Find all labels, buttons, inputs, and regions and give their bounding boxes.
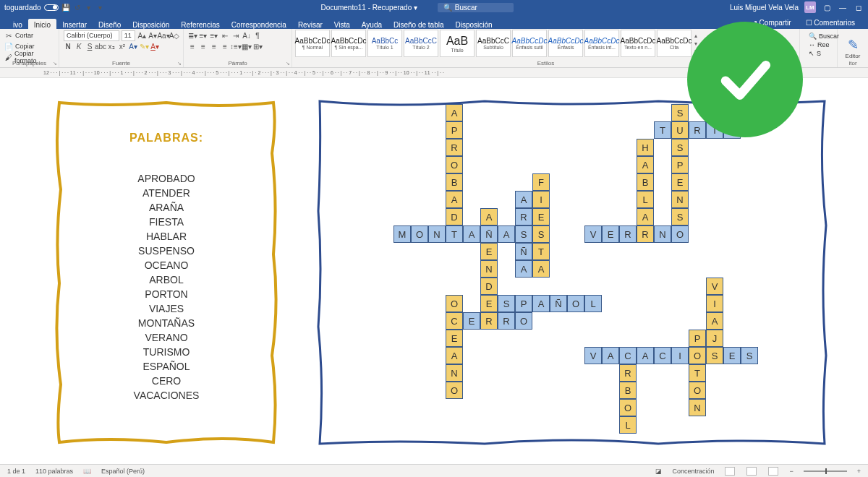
zoom-in-icon[interactable]: + — [857, 468, 861, 475]
font-family-select[interactable]: Calibri (Cuerpo) — [64, 30, 119, 41]
word-item: FIESTA — [51, 215, 282, 229]
pilcrow-icon[interactable]: ¶ — [253, 31, 262, 40]
crossword-cell: S — [671, 104, 689, 121]
align-right-icon[interactable]: ≡ — [210, 42, 218, 51]
style-thumb[interactable]: AaBbCcDcTexto en n... — [621, 30, 655, 57]
language-indicator[interactable]: Español (Perú) — [101, 468, 145, 475]
dec-indent-icon[interactable]: ⇤ — [221, 31, 229, 40]
bold-icon[interactable]: N — [64, 42, 72, 51]
grow-font-icon[interactable]: A▴ — [137, 31, 146, 40]
group-paragraph: Párrafo — [184, 60, 292, 66]
word-count[interactable]: 110 palabras — [35, 468, 73, 475]
page-indicator[interactable]: 1 de 1 — [7, 468, 25, 475]
style-thumb[interactable]: AaBbCcDcÉnfasis — [548, 30, 583, 57]
autosave-toggle[interactable] — [44, 4, 59, 11]
sort-icon[interactable]: A↓ — [242, 31, 251, 40]
crossword-cell: N — [480, 260, 498, 278]
bullets-icon[interactable]: ≣▾ — [188, 31, 197, 40]
clear-format-icon[interactable]: A◇ — [170, 31, 179, 40]
print-layout-icon[interactable] — [746, 467, 757, 476]
font-size-select[interactable]: 11 — [122, 30, 136, 41]
read-mode-icon[interactable] — [725, 467, 735, 476]
redo-icon[interactable]: ▾ — [85, 3, 93, 12]
style-thumb[interactable]: AaBbCcDcÉnfasis int... — [584, 30, 619, 57]
crossword-cell: R — [515, 208, 532, 225]
replace-button[interactable]: ↔Ree — [809, 41, 828, 48]
style-thumb[interactable]: AaBbCcCTítulo 2 — [404, 30, 438, 57]
focus-label[interactable]: Concentración — [672, 468, 714, 475]
text-effects-icon[interactable]: A▾ — [129, 42, 137, 51]
crossword-cell: O — [446, 382, 463, 399]
zoom-out-icon[interactable]: − — [789, 468, 793, 475]
ribbon-display-icon[interactable]: ▢ — [822, 4, 832, 12]
minimize-icon[interactable]: — — [838, 4, 848, 12]
editor-label[interactable]: Editor — [846, 53, 861, 59]
align-left-icon[interactable]: ≡ — [188, 42, 197, 51]
style-thumb[interactable]: AaBTítulo — [440, 30, 475, 57]
crossword-grid: APROBADMONTAÑASAENDERFIESTAARÑASPAÑOLOCE… — [311, 95, 832, 450]
change-case-icon[interactable]: Aa▾ — [159, 31, 168, 40]
crossword-cell: E — [671, 173, 689, 191]
crossword-cell: E — [602, 225, 619, 243]
style-thumb[interactable]: AaBbCcDc¶ Normal — [295, 30, 330, 57]
shrink-font-icon[interactable]: A▾ — [148, 31, 157, 40]
user-name[interactable]: Luis Miguel Vela Vela — [730, 4, 799, 12]
word-item: VIAJES — [51, 301, 282, 316]
spellcheck-icon[interactable]: 📖 — [83, 468, 91, 475]
comments-button[interactable]: ☐ Comentarios — [800, 17, 861, 29]
crossword-cell: O — [689, 382, 706, 399]
multilevel-icon[interactable]: ≡▾ — [210, 31, 218, 40]
dialog-launcher-icon[interactable]: ↘ — [177, 61, 182, 66]
cut-icon[interactable]: ✂ — [4, 31, 13, 40]
style-thumb[interactable]: AaBbCcCSubtítulo — [476, 30, 511, 57]
style-thumb[interactable]: AaBbCcDcÉnfasis sutil — [512, 30, 547, 57]
line-spacing-icon[interactable]: ↕≡▾ — [231, 42, 240, 51]
crossword-cell: C — [446, 312, 463, 330]
word-item: ARAÑA — [51, 200, 282, 215]
style-thumb[interactable]: AaBbCcDcCita — [657, 30, 692, 57]
save-icon[interactable]: 💾 — [61, 3, 70, 12]
zoom-slider[interactable] — [804, 470, 847, 472]
word-item: PORTON — [51, 287, 282, 301]
inc-indent-icon[interactable]: ⇥ — [231, 31, 240, 40]
style-thumb[interactable]: AaBbCcDc¶ Sin espa... — [331, 30, 366, 57]
focus-mode-icon[interactable]: ◪ — [655, 468, 662, 475]
copy-icon[interactable]: 📄 — [4, 42, 13, 51]
word-item: ARBOL — [51, 272, 282, 287]
dialog-launcher-icon[interactable]: ↘ — [286, 61, 290, 66]
maximize-icon[interactable]: ◻ — [854, 4, 864, 12]
word-list-box: PALABRAS: APROBADOATENDERARAÑAFIESTAHABL… — [51, 95, 282, 450]
align-center-icon[interactable]: ≡ — [199, 42, 208, 51]
style-thumb[interactable]: AaBbCcTítulo 1 — [367, 30, 402, 57]
superscript-icon[interactable]: x² — [118, 42, 127, 51]
web-layout-icon[interactable] — [768, 467, 778, 476]
crossword-cell: Ñ — [515, 243, 532, 260]
font-color-icon[interactable]: A▾ — [150, 42, 159, 51]
crossword-cell: A — [637, 347, 654, 364]
justify-icon[interactable]: ≡ — [221, 42, 229, 51]
crossword-cell: A — [463, 225, 480, 243]
italic-icon[interactable]: K — [75, 42, 83, 51]
strike-icon[interactable]: abc — [96, 42, 105, 51]
crossword-cell: O — [567, 295, 584, 312]
find-button[interactable]: 🔍Buscar — [809, 33, 828, 40]
underline-icon[interactable]: S — [85, 42, 94, 51]
editor-icon[interactable]: ✎ — [848, 37, 859, 53]
highlight-icon[interactable]: ✎▾ — [140, 42, 148, 51]
document-title[interactable]: Documento11 - Recuperado ▾ — [321, 4, 417, 12]
crossword-cell: Ñ — [480, 225, 498, 243]
searchbar[interactable]: 🔍 Buscar — [438, 3, 514, 12]
select-button[interactable]: ↖S — [809, 50, 828, 57]
qat-more-icon[interactable]: ▾ — [96, 3, 105, 12]
dialog-launcher-icon[interactable]: ↘ — [53, 61, 57, 66]
word-item: APROBADO — [51, 171, 282, 186]
subscript-icon[interactable]: x₂ — [107, 42, 116, 51]
avatar[interactable]: LM — [804, 1, 816, 13]
borders-icon[interactable]: ⊞▾ — [253, 42, 262, 51]
crossword-cell: O — [671, 225, 689, 243]
crossword-cell: V — [584, 225, 602, 243]
crossword-cell: N — [654, 225, 671, 243]
numbering-icon[interactable]: ≡▾ — [199, 31, 208, 40]
undo-icon[interactable]: ↺ — [73, 3, 82, 12]
shading-icon[interactable]: ▦▾ — [242, 42, 251, 51]
